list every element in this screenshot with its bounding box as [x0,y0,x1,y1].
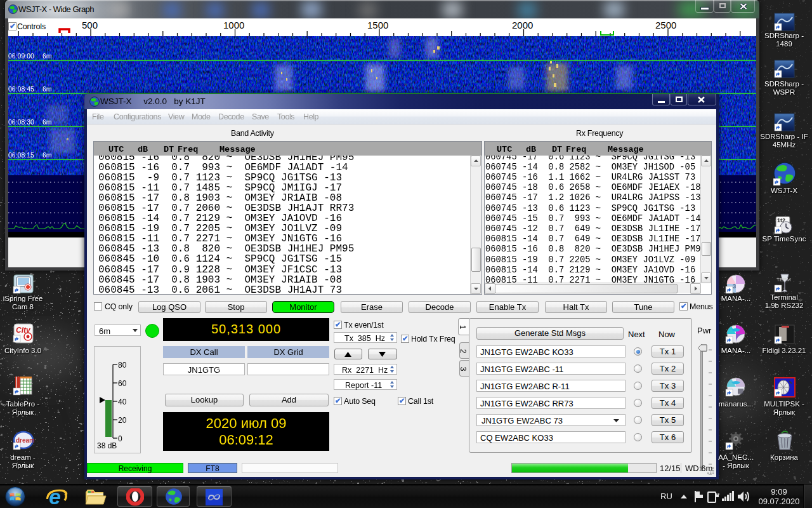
svg-text:06:09:00: 06:09:00 [8,52,34,60]
svg-text:0: 0 [118,434,122,443]
svg-text:6m: 6m [43,52,52,60]
svg-text:6m: 6m [43,151,52,159]
svg-text:06:08:45: 06:08:45 [8,85,34,93]
svg-text:60: 60 [118,379,127,388]
svg-text:80: 80 [118,361,127,370]
svg-text:6m: 6m [43,85,52,93]
svg-text:20: 20 [118,416,127,425]
svg-text:40: 40 [118,398,127,406]
svg-text:6m: 6m [43,118,52,126]
svg-text:06:08:30: 06:08:30 [8,118,34,126]
svg-text:38 dB: 38 dB [97,441,117,450]
svg-text:06:08:15: 06:08:15 [8,151,34,159]
